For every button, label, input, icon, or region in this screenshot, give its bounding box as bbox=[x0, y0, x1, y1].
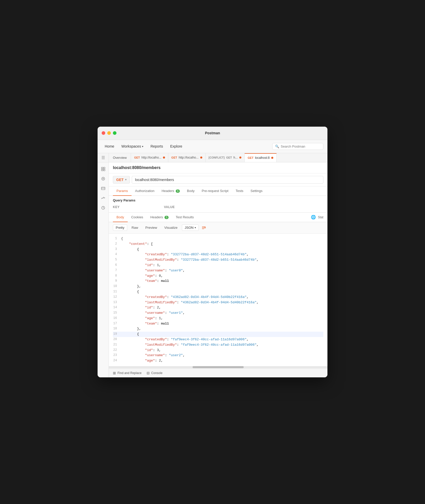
json-line: 11 { bbox=[113, 289, 323, 295]
sidebar-item-storage[interactable] bbox=[99, 184, 107, 193]
json-line: 15 "username": "user1", bbox=[113, 310, 323, 316]
close-button[interactable] bbox=[102, 131, 105, 135]
main-layout: localhost:8080/members GET ▾ Params bbox=[98, 162, 327, 377]
json-line: 14 "id": 2, bbox=[113, 305, 323, 310]
query-params-section: Query Params KEY VALUE bbox=[109, 196, 327, 213]
sidebar-icon: ☰ bbox=[101, 155, 105, 160]
tab-overview[interactable]: Overview bbox=[109, 153, 131, 162]
resp-tab-headers[interactable]: Headers 5 bbox=[147, 213, 172, 222]
tab-dot bbox=[200, 157, 202, 159]
sidebar-item-monitor[interactable] bbox=[99, 194, 107, 202]
json-line: 8 "age": 0, bbox=[113, 273, 323, 279]
tab-conflict[interactable]: [CONFLICT] GET h... bbox=[206, 153, 245, 162]
tab-dot bbox=[163, 157, 165, 159]
resp-tab-test-results[interactable]: Test Results bbox=[172, 213, 197, 222]
sidebar-item-environments[interactable] bbox=[99, 175, 107, 183]
json-line: 10 }, bbox=[113, 284, 323, 289]
window-title: Postman bbox=[205, 131, 220, 135]
nav-reports[interactable]: Reports bbox=[147, 143, 166, 150]
svg-point-5 bbox=[103, 178, 104, 179]
scrollbar-thumb[interactable] bbox=[193, 366, 244, 368]
json-line: 12 "createdBy": "4362ad82-0d34-4b4f-94d4… bbox=[113, 295, 323, 300]
tab-settings[interactable]: Settings bbox=[247, 186, 266, 196]
json-response-body: 1 { 2 "content": [ 3 { 4 " bbox=[109, 234, 327, 366]
chevron-down-icon: ▾ bbox=[195, 226, 196, 229]
svg-rect-3 bbox=[103, 169, 105, 171]
wrap-lines-icon[interactable] bbox=[200, 224, 207, 231]
chevron-down-icon: ▾ bbox=[125, 178, 126, 181]
method-selector[interactable]: GET ▾ bbox=[113, 176, 130, 184]
tab-authorization[interactable]: Authorization bbox=[132, 186, 158, 196]
fmt-visualize[interactable]: Visualize bbox=[161, 224, 180, 231]
bottom-bar: ⊞ Find and Replace ⊟ Console bbox=[109, 368, 327, 377]
json-line: 21 "lastModifiedBy": "faf9eec4-3f62-40cc… bbox=[113, 342, 323, 348]
response-status: 🌐 Stat bbox=[311, 215, 323, 220]
tab-params[interactable]: Params bbox=[113, 186, 132, 196]
request-tabs: Params Authorization Headers 6 Body Pre-… bbox=[109, 186, 327, 196]
content-area: localhost:8080/members GET ▾ Params bbox=[109, 162, 327, 377]
chevron-down-icon: ▾ bbox=[142, 145, 143, 148]
request-title: localhost:8080/members bbox=[109, 162, 327, 173]
json-line: 13 "lastModifiedBy": "4362ad82-0d34-4b4f… bbox=[113, 300, 323, 305]
json-line: 22 "id": 3, bbox=[113, 348, 323, 353]
svg-rect-1 bbox=[103, 167, 105, 169]
tab-dot bbox=[271, 157, 273, 159]
url-bar: GET ▾ bbox=[109, 173, 327, 186]
tab-get-1[interactable]: GET http://localho... bbox=[131, 153, 168, 162]
sidebar bbox=[98, 162, 109, 377]
json-line: 2 "content": [ bbox=[113, 242, 323, 247]
table-icon: ⊞ bbox=[113, 371, 116, 375]
nav-home[interactable]: Home bbox=[102, 143, 117, 150]
tab-headers[interactable]: Headers 6 bbox=[158, 186, 183, 196]
fmt-preview[interactable]: Preview bbox=[143, 224, 160, 231]
tabs-container: Overview GET http://localho... GET http:… bbox=[109, 153, 327, 162]
tab-get-2[interactable]: GET http://localho... bbox=[168, 153, 206, 162]
maximize-button[interactable] bbox=[113, 131, 116, 135]
json-line: 17 "team": null bbox=[113, 321, 323, 327]
method-label: GET bbox=[171, 156, 177, 159]
sidebar-item-history[interactable] bbox=[99, 204, 107, 212]
fmt-raw[interactable]: Raw bbox=[129, 224, 141, 231]
tab-tests[interactable]: Tests bbox=[232, 186, 247, 196]
resp-tab-body[interactable]: Body bbox=[113, 213, 128, 222]
json-line: 20 "createdBy": "faf9eec4-3f62-40cc-afad… bbox=[113, 337, 323, 342]
json-format-selector[interactable]: JSON ▾ bbox=[182, 224, 199, 231]
tab-prerequest[interactable]: Pre-request Script bbox=[198, 186, 232, 196]
resp-headers-badge: 5 bbox=[164, 216, 169, 219]
json-line: 5 "lastModifiedBy": "332772ba-d837-48d2-… bbox=[113, 257, 323, 263]
resp-tab-cookies[interactable]: Cookies bbox=[128, 213, 147, 222]
tab-get-active[interactable]: GET localhost:8 bbox=[245, 153, 277, 162]
search-input[interactable] bbox=[281, 145, 321, 148]
search-box[interactable]: 🔍 bbox=[272, 143, 323, 150]
fmt-pretty[interactable]: Pretty bbox=[113, 224, 127, 231]
query-params-title: Query Params bbox=[113, 198, 323, 202]
json-line: 7 "username": "user0", bbox=[113, 268, 323, 273]
tab-dot bbox=[239, 157, 241, 159]
format-bar: Pretty Raw Preview Visualize JSON ▾ bbox=[109, 222, 327, 234]
headers-badge: 6 bbox=[176, 189, 180, 193]
top-navigation: Home Workspaces ▾ Reports Explore 🔍 bbox=[98, 140, 327, 153]
console-button[interactable]: ⊟ Console bbox=[147, 371, 162, 375]
sidebar-toggle[interactable]: ☰ bbox=[98, 153, 109, 162]
json-line: 4 "createdBy": "332772ba-d837-48d2-b651-… bbox=[113, 252, 323, 257]
response-tabs: Body Cookies Headers 5 Test Results 🌐 S bbox=[109, 213, 327, 222]
horizontal-scrollbar[interactable] bbox=[109, 366, 327, 368]
url-input[interactable] bbox=[132, 176, 323, 184]
nav-workspaces[interactable]: Workspaces ▾ bbox=[118, 143, 146, 150]
method-label: GET bbox=[248, 156, 254, 159]
nav-explore[interactable]: Explore bbox=[167, 143, 185, 150]
sidebar-item-collections[interactable] bbox=[99, 165, 107, 173]
window-controls bbox=[102, 131, 116, 135]
find-replace-button[interactable]: ⊞ Find and Replace bbox=[113, 371, 141, 375]
json-line: 19 { bbox=[113, 332, 323, 337]
json-line: 24 "age": 2, bbox=[113, 358, 323, 364]
minimize-button[interactable] bbox=[107, 131, 111, 135]
params-header: KEY VALUE bbox=[113, 204, 323, 210]
svg-point-4 bbox=[102, 177, 105, 180]
svg-rect-0 bbox=[101, 167, 103, 169]
svg-rect-2 bbox=[101, 169, 103, 171]
tab-body[interactable]: Body bbox=[183, 186, 198, 196]
json-line: 3 { bbox=[113, 247, 323, 252]
method-label: GET bbox=[134, 156, 140, 159]
json-line: 18 }, bbox=[113, 326, 323, 332]
